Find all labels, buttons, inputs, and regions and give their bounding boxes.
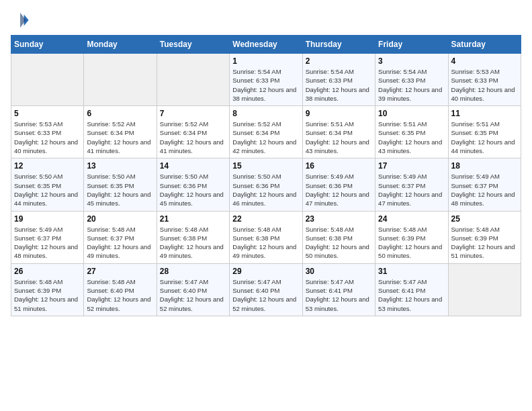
day-number: 8: [232, 109, 299, 118]
calendar-cell: [157, 54, 229, 106]
calendar-cell: 16Sunrise: 5:49 AM Sunset: 6:36 PM Dayli…: [302, 158, 375, 211]
day-info: Sunrise: 5:49 AM Sunset: 6:37 PM Dayligh…: [378, 172, 445, 208]
day-info: Sunrise: 5:51 AM Sunset: 6:35 PM Dayligh…: [451, 120, 518, 155]
day-info: Sunrise: 5:54 AM Sunset: 6:33 PM Dayligh…: [378, 67, 445, 103]
day-number: 20: [87, 214, 153, 224]
calendar-cell: 11Sunrise: 5:51 AM Sunset: 6:35 PM Dayli…: [448, 106, 521, 158]
calendar-cell: 10Sunrise: 5:51 AM Sunset: 6:35 PM Dayli…: [375, 106, 448, 158]
day-header-sunday: Sunday: [11, 36, 84, 54]
calendar-cell: 9Sunrise: 5:51 AM Sunset: 6:34 PM Daylig…: [302, 106, 375, 158]
day-info: Sunrise: 5:54 AM Sunset: 6:33 PM Dayligh…: [306, 67, 372, 103]
day-info: Sunrise: 5:48 AM Sunset: 6:40 PM Dayligh…: [87, 277, 153, 313]
calendar-cell: [448, 263, 521, 316]
day-number: 19: [14, 214, 81, 224]
day-info: Sunrise: 5:52 AM Sunset: 6:34 PM Dayligh…: [160, 120, 226, 155]
day-number: 12: [14, 161, 81, 171]
day-number: 15: [232, 161, 299, 171]
calendar-cell: 28Sunrise: 5:47 AM Sunset: 6:40 PM Dayli…: [157, 263, 229, 316]
calendar-cell: 6Sunrise: 5:52 AM Sunset: 6:34 PM Daylig…: [84, 106, 157, 158]
calendar-table: SundayMondayTuesdayWednesdayThursdayFrid…: [11, 35, 521, 316]
day-number: 17: [378, 161, 445, 171]
day-number: 10: [378, 109, 445, 118]
day-number: 4: [451, 56, 518, 66]
day-number: 2: [306, 56, 372, 66]
calendar-cell: 27Sunrise: 5:48 AM Sunset: 6:40 PM Dayli…: [84, 263, 157, 316]
day-number: 1: [232, 56, 299, 66]
calendar-week-2: 5Sunrise: 5:53 AM Sunset: 6:33 PM Daylig…: [11, 106, 521, 158]
day-info: Sunrise: 5:47 AM Sunset: 6:40 PM Dayligh…: [232, 277, 299, 313]
calendar-cell: 23Sunrise: 5:48 AM Sunset: 6:38 PM Dayli…: [302, 211, 375, 263]
day-info: Sunrise: 5:53 AM Sunset: 6:33 PM Dayligh…: [14, 120, 81, 155]
calendar-cell: 21Sunrise: 5:48 AM Sunset: 6:38 PM Dayli…: [157, 211, 229, 263]
calendar-cell: 1Sunrise: 5:54 AM Sunset: 6:33 PM Daylig…: [230, 54, 302, 106]
day-number: 5: [14, 109, 81, 118]
day-info: Sunrise: 5:48 AM Sunset: 6:39 PM Dayligh…: [451, 225, 518, 261]
day-number: 28: [160, 267, 226, 276]
day-number: 3: [378, 56, 445, 66]
calendar-cell: 20Sunrise: 5:48 AM Sunset: 6:37 PM Dayli…: [84, 211, 157, 263]
day-info: Sunrise: 5:48 AM Sunset: 6:39 PM Dayligh…: [14, 277, 81, 313]
day-info: Sunrise: 5:47 AM Sunset: 6:41 PM Dayligh…: [378, 277, 445, 313]
calendar-body: 1Sunrise: 5:54 AM Sunset: 6:33 PM Daylig…: [11, 54, 521, 316]
calendar-cell: 24Sunrise: 5:48 AM Sunset: 6:39 PM Dayli…: [375, 211, 448, 263]
day-number: 9: [306, 109, 372, 118]
day-number: 27: [87, 267, 153, 276]
calendar-cell: 12Sunrise: 5:50 AM Sunset: 6:35 PM Dayli…: [11, 158, 84, 211]
day-number: 26: [14, 267, 81, 276]
day-number: 11: [451, 109, 518, 118]
day-number: 14: [160, 161, 226, 171]
day-header-wednesday: Wednesday: [230, 36, 302, 54]
day-info: Sunrise: 5:49 AM Sunset: 6:37 PM Dayligh…: [14, 225, 81, 261]
day-number: 6: [87, 109, 153, 118]
day-number: 29: [232, 267, 299, 276]
day-info: Sunrise: 5:50 AM Sunset: 6:35 PM Dayligh…: [87, 172, 153, 208]
day-number: 24: [378, 214, 445, 224]
calendar-cell: 31Sunrise: 5:47 AM Sunset: 6:41 PM Dayli…: [375, 263, 448, 316]
day-info: Sunrise: 5:54 AM Sunset: 6:33 PM Dayligh…: [232, 67, 299, 103]
day-info: Sunrise: 5:48 AM Sunset: 6:38 PM Dayligh…: [306, 225, 372, 261]
day-header-tuesday: Tuesday: [157, 36, 229, 54]
calendar-cell: [11, 54, 84, 106]
calendar-cell: 25Sunrise: 5:48 AM Sunset: 6:39 PM Dayli…: [448, 211, 521, 263]
day-number: 7: [160, 109, 226, 118]
day-header-saturday: Saturday: [448, 36, 521, 54]
day-info: Sunrise: 5:51 AM Sunset: 6:34 PM Dayligh…: [306, 120, 372, 155]
calendar-cell: 22Sunrise: 5:48 AM Sunset: 6:38 PM Dayli…: [230, 211, 302, 263]
calendar-cell: 2Sunrise: 5:54 AM Sunset: 6:33 PM Daylig…: [302, 54, 375, 106]
day-info: Sunrise: 5:49 AM Sunset: 6:36 PM Dayligh…: [306, 172, 372, 208]
day-info: Sunrise: 5:48 AM Sunset: 6:37 PM Dayligh…: [87, 225, 153, 261]
day-info: Sunrise: 5:52 AM Sunset: 6:34 PM Dayligh…: [87, 120, 153, 155]
day-number: 13: [87, 161, 153, 171]
page-header: [11, 11, 521, 30]
calendar-cell: 8Sunrise: 5:52 AM Sunset: 6:34 PM Daylig…: [230, 106, 302, 158]
calendar-cell: 29Sunrise: 5:47 AM Sunset: 6:40 PM Dayli…: [230, 263, 302, 316]
svg-marker-1: [20, 13, 26, 28]
calendar-cell: 15Sunrise: 5:50 AM Sunset: 6:36 PM Dayli…: [230, 158, 302, 211]
day-info: Sunrise: 5:49 AM Sunset: 6:37 PM Dayligh…: [451, 172, 518, 208]
calendar-cell: 30Sunrise: 5:47 AM Sunset: 6:41 PM Dayli…: [302, 263, 375, 316]
calendar-week-1: 1Sunrise: 5:54 AM Sunset: 6:33 PM Daylig…: [11, 54, 521, 106]
day-info: Sunrise: 5:48 AM Sunset: 6:38 PM Dayligh…: [160, 225, 226, 261]
day-number: 31: [378, 267, 445, 276]
day-header-monday: Monday: [84, 36, 157, 54]
logo: [11, 11, 32, 30]
calendar-cell: 13Sunrise: 5:50 AM Sunset: 6:35 PM Dayli…: [84, 158, 157, 211]
calendar-cell: 17Sunrise: 5:49 AM Sunset: 6:37 PM Dayli…: [375, 158, 448, 211]
calendar-week-5: 26Sunrise: 5:48 AM Sunset: 6:39 PM Dayli…: [11, 263, 521, 316]
day-number: 23: [306, 214, 372, 224]
calendar-cell: 19Sunrise: 5:49 AM Sunset: 6:37 PM Dayli…: [11, 211, 84, 263]
day-info: Sunrise: 5:48 AM Sunset: 6:38 PM Dayligh…: [232, 225, 299, 261]
calendar-cell: 26Sunrise: 5:48 AM Sunset: 6:39 PM Dayli…: [11, 263, 84, 316]
day-info: Sunrise: 5:52 AM Sunset: 6:34 PM Dayligh…: [232, 120, 299, 155]
calendar-cell: 14Sunrise: 5:50 AM Sunset: 6:36 PM Dayli…: [157, 158, 229, 211]
day-info: Sunrise: 5:47 AM Sunset: 6:40 PM Dayligh…: [160, 277, 226, 313]
day-info: Sunrise: 5:50 AM Sunset: 6:36 PM Dayligh…: [160, 172, 226, 208]
calendar-cell: [84, 54, 157, 106]
calendar-week-4: 19Sunrise: 5:49 AM Sunset: 6:37 PM Dayli…: [11, 211, 521, 263]
day-number: 30: [306, 267, 372, 276]
logo-icon: [11, 11, 30, 30]
calendar-cell: 5Sunrise: 5:53 AM Sunset: 6:33 PM Daylig…: [11, 106, 84, 158]
calendar-week-3: 12Sunrise: 5:50 AM Sunset: 6:35 PM Dayli…: [11, 158, 521, 211]
day-number: 25: [451, 214, 518, 224]
day-header-friday: Friday: [375, 36, 448, 54]
